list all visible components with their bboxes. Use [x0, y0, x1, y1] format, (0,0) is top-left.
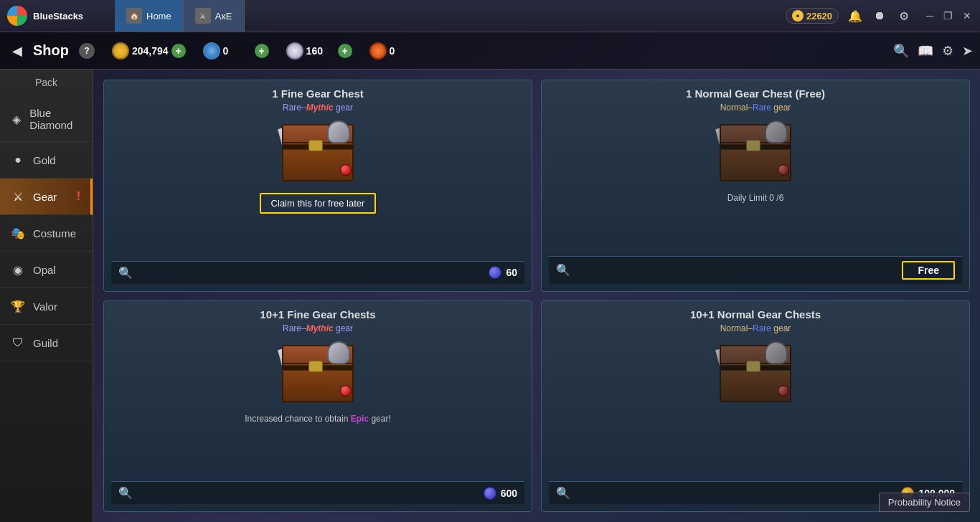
- window-controls: ─ ❐ ✕: [926, 10, 971, 22]
- flame-icon: [369, 42, 387, 60]
- sidebar-item-blue-diamond[interactable]: ◈ Blue Diamond: [0, 97, 93, 142]
- tab-home[interactable]: 🏠 Home: [115, 0, 184, 32]
- helmet-decoration-4: [765, 341, 788, 364]
- fine-gear-search-icon[interactable]: 🔍: [118, 266, 133, 280]
- probability-notice-button[interactable]: Probability Notice: [879, 493, 970, 512]
- increased-chance-text: Increased chance to obtain Epic gear!: [245, 414, 390, 424]
- fine-gear-rarity: Rare–Mythic gear: [283, 103, 353, 113]
- game-area: ◀ Shop ? 204,794 + 0 + 160 + 0 🔍 📖 ⚙ ➤: [0, 32, 980, 522]
- fine-gear-10-rarity: Rare–Mythic gear: [283, 323, 353, 333]
- pack-title: Pack: [35, 77, 57, 88]
- gem-decoration-4: [778, 385, 789, 397]
- chest-body-3: [278, 345, 357, 402]
- tab-axe-label: AxE: [215, 11, 232, 22]
- tab-home-label: Home: [146, 11, 171, 22]
- back-button[interactable]: ◀: [7, 41, 27, 61]
- fine-gear-10-search-icon[interactable]: 🔍: [118, 486, 133, 500]
- sidebar-item-opal[interactable]: ◉ Opal: [0, 252, 93, 288]
- normal-gear-chest-10-card[interactable]: 10+1 Normal Gear Chests Normal–Rare gear: [541, 300, 970, 513]
- normal-gear-search-icon[interactable]: 🔍: [556, 263, 570, 277]
- game-main: Pack ◈ Blue Diamond ● Gold ⚔ Gear ! 🎭 Co…: [0, 70, 980, 522]
- close-button[interactable]: ✕: [963, 10, 971, 22]
- add-blue-gem-button[interactable]: +: [255, 44, 269, 58]
- free-button[interactable]: Free: [902, 261, 955, 280]
- chest-lock-2: [746, 140, 760, 151]
- app-name: BlueStacks: [33, 11, 83, 22]
- restore-button[interactable]: ❐: [943, 10, 953, 22]
- guild-sidebar-icon: 🛡: [10, 335, 26, 351]
- gem-decoration-1: [340, 164, 352, 176]
- search-top-icon[interactable]: 🔍: [893, 43, 909, 59]
- title-bar-right: ● 22620 🔔 ⏺ ⚙ ─ ❐ ✕: [777, 8, 980, 24]
- settings-top-icon[interactable]: ⚙: [942, 43, 953, 59]
- sidebar-costume-label: Costume: [33, 227, 76, 239]
- fine-gear-10-bottom-bar: 🔍 600: [111, 481, 524, 504]
- flame-currency-group: 0: [369, 42, 418, 60]
- sidebar-valor-label: Valor: [33, 300, 57, 313]
- sidebar: Pack ◈ Blue Diamond ● Gold ⚔ Gear ! 🎭 Co…: [0, 70, 93, 522]
- fine-gear-chest-image: [271, 117, 364, 189]
- help-button[interactable]: ?: [79, 43, 95, 59]
- exit-icon[interactable]: ➤: [962, 43, 973, 59]
- flame-value: 0: [390, 45, 418, 57]
- white-gem-icon: [286, 42, 303, 60]
- normal-gear-chest-image: [709, 117, 802, 189]
- normal-gear-chest-10-title: 10+1 Normal Gear Chests: [690, 308, 821, 321]
- blue-gem-value: 0: [223, 45, 252, 57]
- normal-gear-chest-title: 1 Normal Gear Chest (Free): [686, 87, 825, 100]
- add-gold-button[interactable]: +: [171, 44, 186, 58]
- book-icon[interactable]: 📖: [918, 43, 933, 59]
- bluestacks-brand: BlueStacks: [0, 6, 115, 26]
- sidebar-item-guild[interactable]: 🛡 Guild: [0, 325, 93, 361]
- shop-content: 1 Fine Gear Chest Rare–Mythic gear: [93, 70, 980, 522]
- normal-gear-10-search-icon[interactable]: 🔍: [556, 486, 570, 500]
- sidebar-gear-label: Gear: [33, 191, 57, 203]
- valor-sidebar-icon: 🏆: [10, 298, 26, 314]
- coins-value: 22620: [806, 11, 832, 22]
- notification-icon[interactable]: 🔔: [847, 8, 863, 24]
- gold-currency-group: 204,794 +: [112, 42, 186, 60]
- gem-price-icon-3: [484, 487, 496, 500]
- blue-diamond-icon: ◈: [10, 111, 22, 127]
- normal-gear-rarity: Normal–Rare gear: [720, 103, 791, 113]
- fine-gear-bottom-bar: 🔍 60: [111, 261, 524, 284]
- sidebar-guild-label: Guild: [33, 337, 58, 349]
- coins-icon: ●: [792, 10, 804, 22]
- chest-body-1: [278, 124, 357, 181]
- chest-lock-3: [308, 361, 323, 372]
- fine-gear-chest-10-card[interactable]: 10+1 Fine Gear Chests Rare–Mythic gear: [103, 300, 532, 513]
- sidebar-item-costume[interactable]: 🎭 Costume: [0, 215, 93, 252]
- chest-lock-4: [746, 361, 760, 372]
- fine-gear-chest-10-title: 10+1 Fine Gear Chests: [260, 308, 375, 321]
- sidebar-item-gold[interactable]: ● Gold: [0, 142, 93, 179]
- fine-gear-10-price: 600: [484, 487, 517, 500]
- blue-gem-currency-group: 0 +: [203, 42, 269, 60]
- gear-sidebar-icon: ⚔: [10, 189, 26, 204]
- normal-gear-chest-card[interactable]: 1 Normal Gear Chest (Free) Normal–Rare g…: [541, 80, 970, 292]
- increased-chance-suffix: gear!: [369, 414, 391, 424]
- blue-gem-icon: [203, 42, 220, 60]
- record-icon[interactable]: ⏺: [872, 8, 887, 24]
- increased-chance-prefix: Increased chance to obtain: [245, 414, 350, 424]
- gold-icon: [112, 42, 129, 60]
- gold-sidebar-icon: ●: [10, 152, 26, 168]
- sidebar-item-valor[interactable]: 🏆 Valor: [0, 288, 93, 325]
- title-bar: BlueStacks 🏠 Home ⚔ AxE ● 22620 🔔 ⏺ ⚙ ─ …: [0, 0, 980, 32]
- minimize-button[interactable]: ─: [926, 10, 933, 22]
- shop-title: Shop: [33, 42, 69, 59]
- claim-free-button[interactable]: Claim this for free later: [260, 193, 377, 214]
- add-white-gem-button[interactable]: +: [338, 44, 352, 58]
- chest-body-4: [716, 345, 795, 402]
- normal-gear-chest-10-image: [709, 338, 802, 409]
- home-icon: 🏠: [126, 8, 142, 24]
- tab-axe[interactable]: ⚔ AxE: [184, 0, 245, 32]
- helmet-decoration-2: [765, 120, 788, 143]
- bluestacks-logo: [7, 6, 27, 26]
- axe-game-icon: ⚔: [195, 8, 211, 24]
- costume-sidebar-icon: 🎭: [10, 225, 26, 241]
- fine-gear-chest-card[interactable]: 1 Fine Gear Chest Rare–Mythic gear: [103, 80, 532, 292]
- sidebar-item-gear[interactable]: ⚔ Gear !: [0, 179, 93, 215]
- sidebar-opal-label: Opal: [33, 264, 56, 276]
- settings-icon[interactable]: ⚙: [896, 8, 912, 24]
- sidebar-gold-label: Gold: [33, 154, 56, 166]
